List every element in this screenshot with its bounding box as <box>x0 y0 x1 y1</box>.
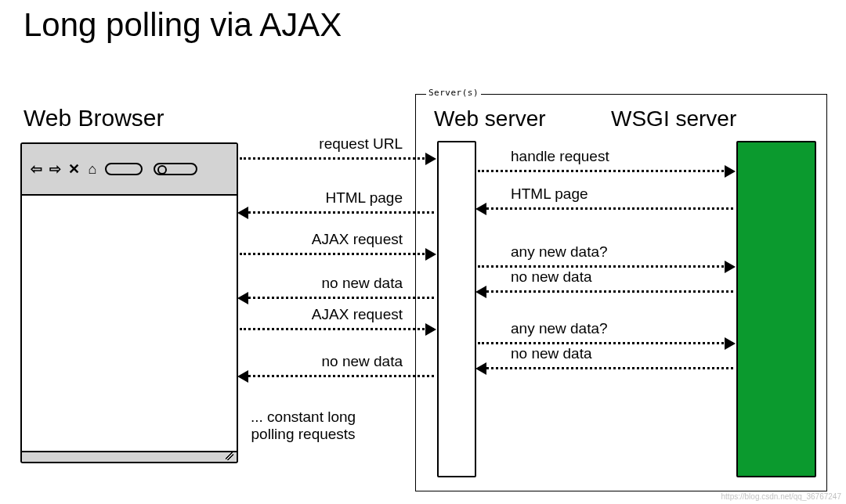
server-panel-label: Server(s) <box>426 88 481 98</box>
back-arrow-icon: ⇦ <box>28 161 44 177</box>
arrow-label: AJAX request <box>312 306 403 323</box>
stop-x-icon: ✕ <box>66 161 81 177</box>
arrow-no-new-data-right-2: no new data <box>478 351 733 369</box>
browser-status-bar <box>22 451 237 462</box>
arrow-any-new-data-2: any new data? <box>478 326 733 344</box>
arrow-handle-request: handle request <box>478 153 733 172</box>
web-browser-box: ⇦ ⇨ ✕ ⌂ <box>20 142 238 463</box>
web-server-box <box>437 141 476 477</box>
arrow-no-new-data-left-1: no new data <box>240 280 434 299</box>
constant-polling-note: ... constant longpolling requests <box>251 409 356 443</box>
arrow-request-url: request URL <box>240 141 434 160</box>
search-field-icon <box>154 163 197 175</box>
arrow-label: any new data? <box>511 320 608 337</box>
arrow-no-new-data-right-1: no new data <box>478 274 733 293</box>
arrow-label: HTML page <box>325 189 403 207</box>
arrow-html-page-right: HTML page <box>478 191 733 210</box>
arrow-label: any new data? <box>511 243 608 261</box>
arrow-label: AJAX request <box>312 231 403 248</box>
arrow-label: HTML page <box>511 185 588 203</box>
watermark: https://blog.csdn.net/qq_36767247 <box>721 492 841 501</box>
page-title: Long polling via AJAX <box>24 6 342 44</box>
url-field-icon <box>105 163 143 175</box>
web-browser-label: Web Browser <box>24 105 164 131</box>
arrow-no-new-data-left-2: no new data <box>240 358 434 377</box>
arrow-label: no new data <box>511 345 592 362</box>
arrow-label: no new data <box>321 275 403 292</box>
arrow-ajax-request-2: AJAX request <box>240 311 434 330</box>
web-server-label: Web server <box>434 106 546 131</box>
wsgi-server-box <box>736 141 816 477</box>
browser-toolbar: ⇦ ⇨ ✕ ⌂ <box>22 144 237 196</box>
arrow-html-page-left: HTML page <box>240 195 434 214</box>
arrow-ajax-request-1: AJAX request <box>240 236 434 255</box>
home-icon: ⌂ <box>85 161 100 177</box>
arrow-label: request URL <box>319 135 403 153</box>
wsgi-server-label: WSGI server <box>611 106 736 131</box>
arrow-label: handle request <box>511 148 609 165</box>
arrow-any-new-data-1: any new data? <box>478 249 733 268</box>
forward-arrow-icon: ⇨ <box>47 161 63 177</box>
arrow-label: no new data <box>511 268 592 286</box>
arrow-label: no new data <box>321 353 403 370</box>
